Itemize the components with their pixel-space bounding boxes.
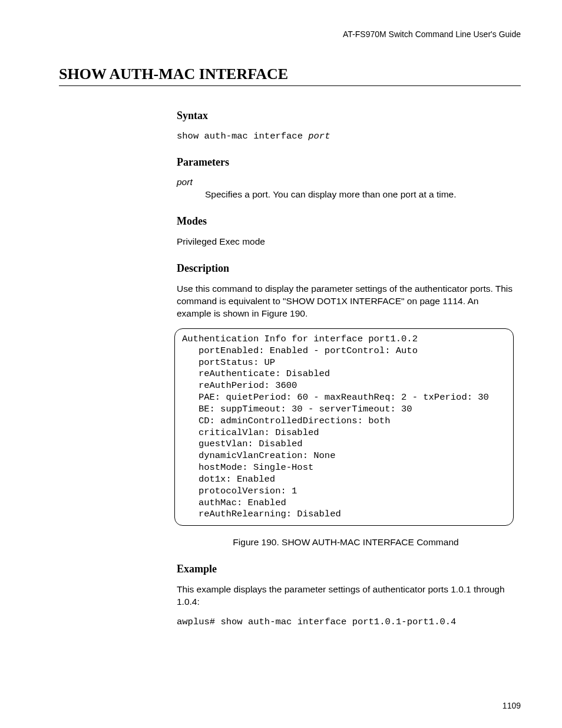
modes-text: Privileged Exec mode	[177, 236, 515, 248]
parameter-name: port	[177, 177, 515, 187]
page-title: SHOW AUTH-MAC INTERFACE	[59, 65, 521, 86]
output-line: criticalVlan: Disabled	[182, 427, 506, 439]
figure-caption: Figure 190. SHOW AUTH-MAC INTERFACE Comm…	[177, 536, 515, 549]
description-text: Use this command to display the paramete…	[177, 283, 515, 320]
output-box: Authentication Info for interface port1.…	[174, 328, 514, 526]
output-line: reAuthPeriod: 3600	[182, 380, 506, 392]
output-line: dot1x: Enabled	[182, 474, 506, 486]
output-line: dynamicVlanCreation: None	[182, 450, 506, 462]
output-line: PAE: quietPeriod: 60 - maxReauthReq: 2 -…	[182, 392, 506, 404]
output-line: reAuthenticate: Disabled	[182, 368, 506, 380]
syntax-heading: Syntax	[177, 110, 515, 122]
output-line: portStatus: UP	[182, 357, 506, 369]
description-heading: Description	[177, 262, 515, 275]
output-line: hostMode: Single-Host	[182, 462, 506, 474]
output-line: guestVlan: Disabled	[182, 439, 506, 450]
output-line: BE: suppTimeout: 30 - serverTimeout: 30	[182, 404, 506, 416]
modes-heading: Modes	[177, 215, 515, 228]
parameter-block: port Specifies a port. You can display m…	[177, 177, 515, 201]
output-line: reAuthRelearning: Disabled	[182, 509, 506, 521]
output-line: CD: adminControlledDirections: both	[182, 416, 506, 427]
output-line: portEnabled: Enabled - portControl: Auto	[182, 345, 506, 357]
running-header: AT-FS970M Switch Command Line User's Gui…	[59, 29, 521, 39]
syntax-arg: port	[308, 131, 330, 141]
example-heading: Example	[177, 563, 515, 575]
syntax-line: show auth-mac interface port	[177, 130, 515, 142]
syntax-command: show auth-mac interface	[177, 131, 308, 141]
example-command: awplus# show auth-mac interface port1.0.…	[177, 617, 515, 628]
output-line: authMac: Enabled	[182, 498, 506, 509]
example-intro: This example displays the parameter sett…	[177, 584, 515, 608]
parameters-heading: Parameters	[177, 156, 515, 169]
output-line: Authentication Info for interface port1.…	[182, 334, 506, 345]
output-line: protocolVersion: 1	[182, 486, 506, 498]
page-number: 1109	[503, 701, 521, 710]
parameter-desc: Specifies a port. You can display more t…	[205, 189, 515, 201]
